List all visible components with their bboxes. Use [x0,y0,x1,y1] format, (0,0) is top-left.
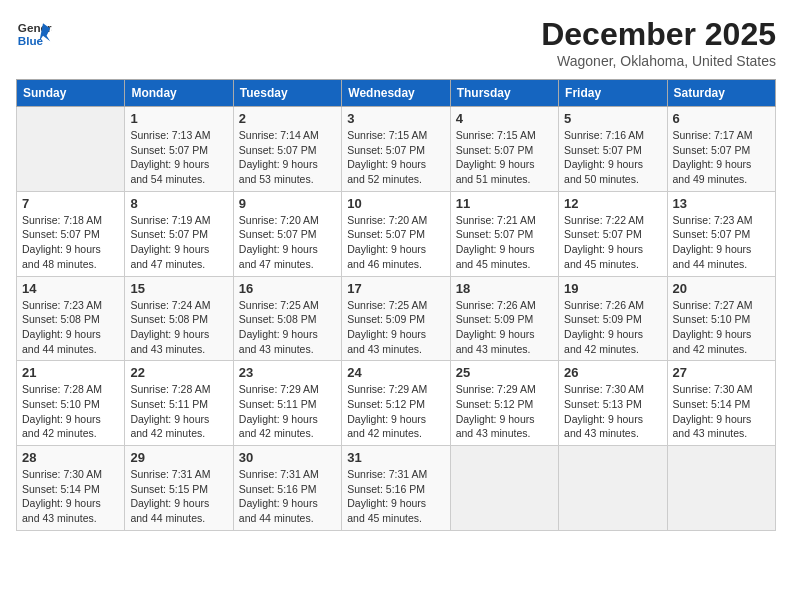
day-info: Sunrise: 7:28 AMSunset: 5:11 PMDaylight:… [130,382,227,441]
calendar-cell: 21Sunrise: 7:28 AMSunset: 5:10 PMDayligh… [17,361,125,446]
day-number: 31 [347,450,444,465]
day-number: 12 [564,196,661,211]
calendar-cell: 2Sunrise: 7:14 AMSunset: 5:07 PMDaylight… [233,107,341,192]
calendar-cell: 3Sunrise: 7:15 AMSunset: 5:07 PMDaylight… [342,107,450,192]
day-info: Sunrise: 7:27 AMSunset: 5:10 PMDaylight:… [673,298,770,357]
location-title: Wagoner, Oklahoma, United States [541,53,776,69]
day-info: Sunrise: 7:13 AMSunset: 5:07 PMDaylight:… [130,128,227,187]
day-number: 8 [130,196,227,211]
day-number: 6 [673,111,770,126]
day-number: 14 [22,281,119,296]
calendar-cell: 17Sunrise: 7:25 AMSunset: 5:09 PMDayligh… [342,276,450,361]
calendar-cell: 10Sunrise: 7:20 AMSunset: 5:07 PMDayligh… [342,191,450,276]
day-number: 19 [564,281,661,296]
calendar-cell: 30Sunrise: 7:31 AMSunset: 5:16 PMDayligh… [233,446,341,531]
weekday-header-row: SundayMondayTuesdayWednesdayThursdayFrid… [17,80,776,107]
calendar-cell: 9Sunrise: 7:20 AMSunset: 5:07 PMDaylight… [233,191,341,276]
calendar-cell: 12Sunrise: 7:22 AMSunset: 5:07 PMDayligh… [559,191,667,276]
day-number: 16 [239,281,336,296]
day-info: Sunrise: 7:24 AMSunset: 5:08 PMDaylight:… [130,298,227,357]
day-info: Sunrise: 7:21 AMSunset: 5:07 PMDaylight:… [456,213,553,272]
calendar-cell: 20Sunrise: 7:27 AMSunset: 5:10 PMDayligh… [667,276,775,361]
day-info: Sunrise: 7:19 AMSunset: 5:07 PMDaylight:… [130,213,227,272]
day-info: Sunrise: 7:30 AMSunset: 5:14 PMDaylight:… [673,382,770,441]
calendar-cell [450,446,558,531]
day-info: Sunrise: 7:26 AMSunset: 5:09 PMDaylight:… [564,298,661,357]
day-number: 21 [22,365,119,380]
calendar-cell: 18Sunrise: 7:26 AMSunset: 5:09 PMDayligh… [450,276,558,361]
calendar-cell: 23Sunrise: 7:29 AMSunset: 5:11 PMDayligh… [233,361,341,446]
day-info: Sunrise: 7:25 AMSunset: 5:09 PMDaylight:… [347,298,444,357]
calendar-cell: 13Sunrise: 7:23 AMSunset: 5:07 PMDayligh… [667,191,775,276]
calendar-cell: 14Sunrise: 7:23 AMSunset: 5:08 PMDayligh… [17,276,125,361]
weekday-header-cell: Friday [559,80,667,107]
day-number: 5 [564,111,661,126]
day-info: Sunrise: 7:20 AMSunset: 5:07 PMDaylight:… [347,213,444,272]
logo: General Blue [16,16,52,52]
calendar-cell: 5Sunrise: 7:16 AMSunset: 5:07 PMDaylight… [559,107,667,192]
day-info: Sunrise: 7:25 AMSunset: 5:08 PMDaylight:… [239,298,336,357]
calendar-cell [667,446,775,531]
day-info: Sunrise: 7:31 AMSunset: 5:16 PMDaylight:… [347,467,444,526]
day-info: Sunrise: 7:30 AMSunset: 5:14 PMDaylight:… [22,467,119,526]
weekday-header-cell: Thursday [450,80,558,107]
day-info: Sunrise: 7:30 AMSunset: 5:13 PMDaylight:… [564,382,661,441]
day-number: 7 [22,196,119,211]
day-number: 10 [347,196,444,211]
calendar-week-row: 21Sunrise: 7:28 AMSunset: 5:10 PMDayligh… [17,361,776,446]
day-info: Sunrise: 7:31 AMSunset: 5:15 PMDaylight:… [130,467,227,526]
day-info: Sunrise: 7:29 AMSunset: 5:12 PMDaylight:… [347,382,444,441]
day-info: Sunrise: 7:14 AMSunset: 5:07 PMDaylight:… [239,128,336,187]
calendar-cell [559,446,667,531]
calendar-cell: 22Sunrise: 7:28 AMSunset: 5:11 PMDayligh… [125,361,233,446]
calendar-week-row: 7Sunrise: 7:18 AMSunset: 5:07 PMDaylight… [17,191,776,276]
calendar-cell: 1Sunrise: 7:13 AMSunset: 5:07 PMDaylight… [125,107,233,192]
calendar-cell: 24Sunrise: 7:29 AMSunset: 5:12 PMDayligh… [342,361,450,446]
calendar-cell: 15Sunrise: 7:24 AMSunset: 5:08 PMDayligh… [125,276,233,361]
weekday-header-cell: Sunday [17,80,125,107]
calendar-cell: 11Sunrise: 7:21 AMSunset: 5:07 PMDayligh… [450,191,558,276]
day-number: 17 [347,281,444,296]
weekday-header-cell: Tuesday [233,80,341,107]
title-area: December 2025 Wagoner, Oklahoma, United … [541,16,776,69]
header: General Blue December 2025 Wagoner, Okla… [16,16,776,69]
calendar-cell: 29Sunrise: 7:31 AMSunset: 5:15 PMDayligh… [125,446,233,531]
day-number: 11 [456,196,553,211]
day-info: Sunrise: 7:16 AMSunset: 5:07 PMDaylight:… [564,128,661,187]
weekday-header-cell: Monday [125,80,233,107]
calendar-cell: 19Sunrise: 7:26 AMSunset: 5:09 PMDayligh… [559,276,667,361]
day-info: Sunrise: 7:23 AMSunset: 5:08 PMDaylight:… [22,298,119,357]
calendar-cell: 25Sunrise: 7:29 AMSunset: 5:12 PMDayligh… [450,361,558,446]
calendar-cell: 7Sunrise: 7:18 AMSunset: 5:07 PMDaylight… [17,191,125,276]
calendar-cell: 28Sunrise: 7:30 AMSunset: 5:14 PMDayligh… [17,446,125,531]
day-info: Sunrise: 7:20 AMSunset: 5:07 PMDaylight:… [239,213,336,272]
calendar-cell: 27Sunrise: 7:30 AMSunset: 5:14 PMDayligh… [667,361,775,446]
day-info: Sunrise: 7:18 AMSunset: 5:07 PMDaylight:… [22,213,119,272]
day-number: 28 [22,450,119,465]
calendar-week-row: 14Sunrise: 7:23 AMSunset: 5:08 PMDayligh… [17,276,776,361]
calendar-week-row: 28Sunrise: 7:30 AMSunset: 5:14 PMDayligh… [17,446,776,531]
day-number: 27 [673,365,770,380]
day-info: Sunrise: 7:29 AMSunset: 5:11 PMDaylight:… [239,382,336,441]
day-number: 13 [673,196,770,211]
day-number: 15 [130,281,227,296]
calendar-cell: 4Sunrise: 7:15 AMSunset: 5:07 PMDaylight… [450,107,558,192]
day-info: Sunrise: 7:17 AMSunset: 5:07 PMDaylight:… [673,128,770,187]
weekday-header-cell: Saturday [667,80,775,107]
calendar-cell: 31Sunrise: 7:31 AMSunset: 5:16 PMDayligh… [342,446,450,531]
day-info: Sunrise: 7:22 AMSunset: 5:07 PMDaylight:… [564,213,661,272]
day-info: Sunrise: 7:15 AMSunset: 5:07 PMDaylight:… [456,128,553,187]
day-number: 9 [239,196,336,211]
day-info: Sunrise: 7:23 AMSunset: 5:07 PMDaylight:… [673,213,770,272]
day-number: 4 [456,111,553,126]
calendar-cell [17,107,125,192]
day-info: Sunrise: 7:28 AMSunset: 5:10 PMDaylight:… [22,382,119,441]
calendar-cell: 16Sunrise: 7:25 AMSunset: 5:08 PMDayligh… [233,276,341,361]
day-info: Sunrise: 7:31 AMSunset: 5:16 PMDaylight:… [239,467,336,526]
calendar-cell: 6Sunrise: 7:17 AMSunset: 5:07 PMDaylight… [667,107,775,192]
day-info: Sunrise: 7:26 AMSunset: 5:09 PMDaylight:… [456,298,553,357]
day-number: 18 [456,281,553,296]
logo-icon: General Blue [16,16,52,52]
day-number: 30 [239,450,336,465]
calendar-week-row: 1Sunrise: 7:13 AMSunset: 5:07 PMDaylight… [17,107,776,192]
